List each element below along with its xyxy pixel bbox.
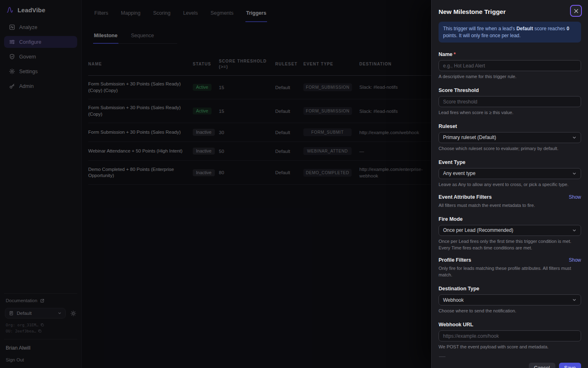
profile-filters-group: Profile Filters Show Only fire for leads… — [439, 257, 581, 278]
score-threshold-input[interactable] — [439, 96, 581, 107]
close-button[interactable] — [570, 5, 582, 17]
webhook-url-helper: We POST the event payload with score and… — [439, 344, 581, 350]
name-helper: A descriptive name for this trigger rule… — [439, 74, 581, 80]
destination-type-helper: Choose where to send the notification. — [439, 308, 581, 314]
footer-divider — [439, 357, 445, 357]
score-threshold-group: Score Threshold Lead fires when score is… — [439, 86, 581, 116]
event-type-helper: Leave as Any to allow any event to cross… — [439, 182, 581, 188]
ruleset-group: Ruleset Primary ruleset (Default) Choose… — [439, 122, 581, 152]
save-button[interactable]: Save — [559, 363, 581, 368]
name-label: Name* — [439, 52, 456, 57]
chevron-down-icon — [572, 298, 577, 302]
close-icon — [574, 9, 579, 13]
chevron-down-icon — [572, 228, 577, 233]
event-type-select[interactable]: Any event type — [439, 168, 581, 179]
profile-filters-label: Profile Filters — [439, 257, 471, 263]
name-input[interactable] — [439, 60, 581, 71]
name-group: Name* A descriptive name for this trigge… — [439, 50, 581, 80]
new-milestone-trigger-drawer: New Milestone Trigger This trigger will … — [431, 0, 588, 368]
banner-text: This trigger will fire when a lead's — [443, 26, 517, 31]
required-asterisk: * — [454, 52, 456, 57]
event-type-selected-value: Any event type — [443, 171, 475, 176]
ruleset-helper: Choose which ruleset score to evaluate; … — [439, 146, 581, 152]
banner-text: points. It will only fire once per lead. — [443, 33, 521, 38]
event-attribute-filters-group: Event Attribute Filters Show All filters… — [439, 194, 581, 209]
ruleset-select[interactable]: Primary ruleset (Default) — [439, 132, 581, 143]
webhook-url-group: Webhook URL We POST the event payload wi… — [439, 321, 581, 350]
event-attribute-filters-helper: All filters must match the event metadat… — [439, 202, 581, 209]
trigger-info-banner: This trigger will fire when a lead's Def… — [439, 22, 581, 43]
banner-ruleset: Default — [517, 26, 533, 31]
event-type-group: Event Type Any event type Leave as Any t… — [439, 158, 581, 188]
score-threshold-helper: Lead fires when score is ≥ this value. — [439, 110, 581, 116]
ruleset-label: Ruleset — [439, 123, 457, 129]
score-threshold-label: Score Threshold — [439, 88, 479, 93]
banner-text: score reaches — [533, 26, 566, 31]
webhook-url-input[interactable] — [439, 330, 581, 341]
destination-type-selected-value: Webhook — [443, 297, 463, 303]
banner-score: 0 — [566, 26, 569, 31]
drawer-title: New Milestone Trigger — [439, 8, 581, 16]
webhook-url-label: Webhook URL — [439, 322, 473, 328]
fire-mode-label: Fire Mode — [439, 216, 463, 222]
fire-mode-selected-value: Once per Lead (Recommended) — [443, 227, 513, 233]
event-type-label: Event Type — [439, 159, 466, 165]
fire-mode-helper: Once per Lead fires only the first time … — [439, 238, 581, 251]
app-root: LeadVibe Analyze Configure — [0, 0, 588, 368]
destination-type-group: Destination Type Webhook Choose where to… — [439, 285, 581, 314]
event-attribute-filters-show-link[interactable]: Show — [569, 194, 581, 200]
profile-filters-helper: Only fire for leads matching these profi… — [439, 265, 581, 278]
fire-mode-group: Fire Mode Once per Lead (Recommended) On… — [439, 215, 581, 251]
event-attribute-filters-label: Event Attribute Filters — [439, 194, 492, 200]
destination-type-select[interactable]: Webhook — [439, 294, 581, 305]
cancel-button[interactable]: Cancel — [529, 363, 555, 368]
chevron-down-icon — [572, 135, 577, 140]
profile-filters-show-link[interactable]: Show — [569, 257, 581, 263]
drawer-footer: Cancel Save — [439, 363, 581, 368]
fire-mode-select[interactable]: Once per Lead (Recommended) — [439, 225, 581, 236]
destination-type-label: Destination Type — [439, 286, 479, 292]
ruleset-selected-value: Primary ruleset (Default) — [443, 135, 496, 140]
chevron-down-icon — [572, 171, 577, 176]
